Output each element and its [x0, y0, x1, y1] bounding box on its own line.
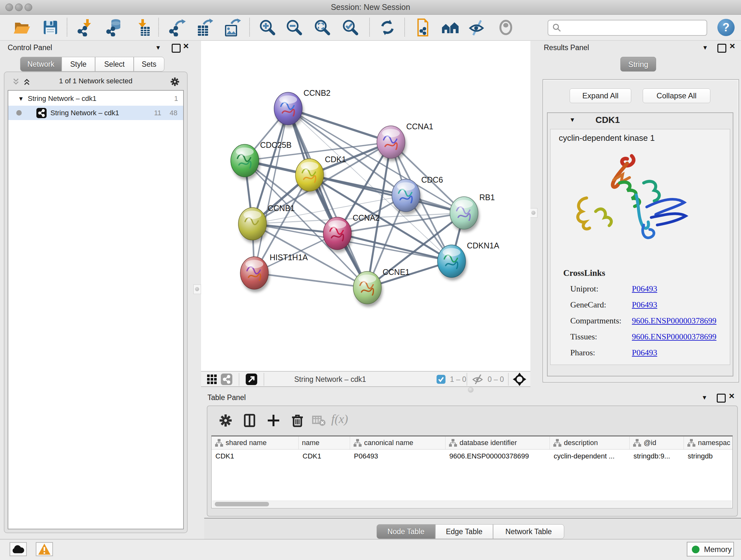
node-section-header[interactable]: ▾ CDK1	[548, 113, 733, 128]
crosslink-value-link[interactable]: P06493	[632, 348, 657, 358]
scrollbar-thumb[interactable]	[215, 502, 269, 506]
zoom-selected-icon[interactable]	[341, 18, 359, 37]
import-network-file-icon[interactable]	[77, 18, 94, 37]
hide-graphics-details-icon[interactable]	[468, 18, 486, 37]
tab-node-table[interactable]: Node Table	[377, 524, 435, 539]
crosslink-label: GeneCard:	[570, 300, 606, 310]
network-canvas[interactable]: CCNB2CCNA1CDC25BCDK1CDC6RB1CCNB1CCNA2CDK…	[201, 41, 530, 371]
network-edge[interactable]	[254, 273, 367, 288]
share-view-icon[interactable]	[221, 374, 232, 385]
control-panel-menu-caret-icon[interactable]: ▾	[156, 43, 160, 52]
column-header[interactable]: shared name	[212, 436, 299, 449]
table-gear-icon[interactable]	[218, 413, 233, 428]
tab-network[interactable]: Network	[20, 57, 62, 71]
network-node-CDKN1A[interactable]	[437, 245, 467, 280]
node-table: shared namenamecanonical namedatabase id…	[211, 435, 733, 508]
crosslink-row: Compartments:9606.ENSP00000378699	[570, 316, 727, 332]
collapse-all-button[interactable]: Collapse All	[643, 88, 711, 103]
zoom-in-icon[interactable]	[259, 18, 276, 37]
table-cell[interactable]: CDK1	[299, 449, 350, 463]
node-label-RB1: RB1	[479, 193, 495, 202]
results-panel-close-icon[interactable]: ×	[730, 41, 735, 51]
table-add-icon[interactable]	[266, 413, 281, 428]
network-node-CCNB1[interactable]	[239, 207, 268, 243]
export-image-icon[interactable]	[223, 18, 241, 37]
tab-network-table[interactable]: Network Table	[493, 524, 564, 539]
network-node-CCNB2[interactable]	[274, 92, 304, 128]
crosslink-value-link[interactable]: 9606.ENSP00000378699	[632, 332, 717, 341]
crosslink-row: Pharos:P06493	[570, 348, 727, 364]
export-network-icon[interactable]	[168, 18, 186, 37]
import-network-database-icon[interactable]	[105, 18, 123, 37]
right-splitter-handle[interactable]	[530, 208, 537, 218]
column-header[interactable]: namespac	[684, 436, 733, 449]
tab-edge-table[interactable]: Edge Table	[435, 524, 493, 539]
network-node-HIST1H1A[interactable]	[240, 257, 270, 292]
grid-view-icon[interactable]	[207, 374, 217, 384]
table-delete-icon[interactable]	[290, 413, 305, 428]
network-node-CDK1[interactable]	[295, 159, 325, 194]
table-cell[interactable]: stringdb	[684, 449, 733, 463]
left-splitter-handle[interactable]	[193, 285, 201, 294]
toolbar-separator	[467, 373, 467, 386]
table-row[interactable]: CDK1CDK1P064939606.ENSP00000378699cyclin…	[212, 449, 732, 463]
search-input[interactable]	[565, 21, 703, 34]
table-panel-close-icon[interactable]: ×	[729, 391, 735, 401]
network-collection-row[interactable]: ▾ String Network – cdk1 1	[8, 91, 183, 106]
file-network-icon[interactable]	[414, 18, 431, 37]
houses-icon[interactable]	[441, 18, 459, 37]
node-section-content: cyclin-dependent kinase 1	[550, 129, 730, 365]
network-node-CDC25B[interactable]	[231, 144, 260, 180]
expand-all-button[interactable]: Expand All	[569, 88, 631, 103]
collection-expand-caret-icon[interactable]: ▾	[19, 95, 23, 103]
save-session-icon[interactable]	[42, 18, 59, 37]
results-panel-menu-caret-icon[interactable]: ▾	[703, 43, 707, 52]
refresh-view-icon[interactable]	[379, 18, 396, 37]
open-in-new-window-icon[interactable]	[246, 374, 257, 385]
selected-checkbox-icon[interactable]	[436, 375, 446, 384]
export-table-icon[interactable]	[195, 18, 213, 37]
open-session-icon[interactable]	[13, 18, 30, 37]
table-cell[interactable]: P06493	[350, 449, 446, 463]
network-node-CCNE1[interactable]	[353, 271, 383, 307]
memory-button[interactable]: Memory	[687, 542, 734, 557]
network-row-selected[interactable]: String Network – cdk1 11 48	[8, 106, 183, 120]
import-table-file-icon[interactable]	[133, 18, 151, 37]
table-cell[interactable]: cyclin-dependent ...	[550, 449, 630, 463]
column-header[interactable]: name	[299, 436, 350, 449]
results-panel-float-icon[interactable]	[718, 44, 726, 55]
section-collapse-caret-icon[interactable]: ▾	[570, 116, 574, 124]
control-panel-float-icon[interactable]	[172, 44, 181, 55]
protein-structure-image	[568, 147, 689, 249]
crosslink-value-link[interactable]: P06493	[632, 300, 657, 310]
help-icon[interactable]: ?	[718, 19, 735, 36]
control-panel-close-icon[interactable]: ×	[183, 41, 189, 51]
cloud-button[interactable]	[10, 542, 27, 556]
table-cell[interactable]: CDK1	[212, 449, 299, 463]
zoom-out-icon[interactable]	[285, 18, 303, 37]
network-list-gear-icon[interactable]	[170, 77, 180, 87]
crosslink-value-link[interactable]: P06493	[632, 284, 657, 294]
table-panel-menu-caret-icon[interactable]: ▾	[703, 393, 706, 402]
crosslink-value-link[interactable]: 9606.ENSP00000378699	[632, 316, 717, 326]
table-columns-icon[interactable]	[242, 413, 257, 428]
column-header[interactable]: database identifier	[446, 436, 550, 449]
table-panel-float-icon[interactable]	[717, 394, 726, 405]
table-cell[interactable]: stringdb:9...	[630, 449, 684, 463]
zoom-fit-icon[interactable]	[313, 18, 331, 37]
column-header[interactable]: description	[550, 436, 630, 449]
tab-select[interactable]: Select	[95, 57, 134, 71]
table-cell[interactable]: 9606.ENSP00000378699	[446, 449, 550, 463]
tab-sets[interactable]: Sets	[134, 57, 164, 71]
warning-button[interactable]	[36, 542, 53, 556]
network-node-CCNA1[interactable]	[377, 126, 406, 161]
network-edge[interactable]	[288, 109, 391, 142]
navigator-eye-icon[interactable]	[497, 18, 515, 37]
tab-string[interactable]: String	[620, 57, 656, 71]
column-header[interactable]: @id	[630, 436, 684, 449]
column-hierarchy-icon	[449, 439, 457, 447]
pan-crosshair-icon[interactable]	[513, 372, 527, 386]
network-node-RB1[interactable]	[450, 197, 479, 232]
column-header[interactable]: canonical name	[350, 436, 446, 449]
tab-style[interactable]: Style	[62, 57, 95, 71]
